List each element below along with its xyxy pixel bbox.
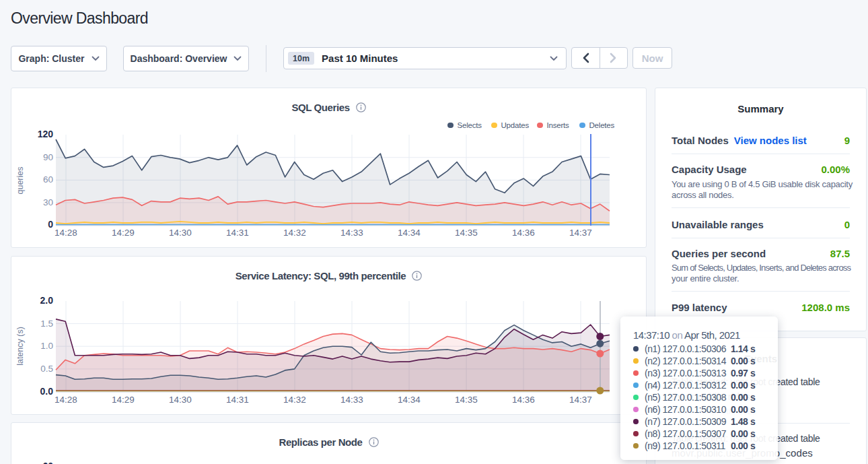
svg-text:90: 90	[43, 152, 53, 162]
svg-text:14:30: 14:30	[169, 228, 192, 238]
svg-text:14:31: 14:31	[226, 228, 249, 238]
svg-text:0.0: 0.0	[40, 386, 54, 397]
svg-text:14:36: 14:36	[512, 228, 535, 238]
svg-text:60: 60	[43, 174, 53, 185]
svg-text:120: 120	[38, 129, 54, 139]
svg-text:14:36: 14:36	[512, 395, 535, 405]
svg-text:14:34: 14:34	[398, 228, 421, 238]
svg-text:14:30: 14:30	[169, 395, 192, 405]
svg-text:14:33: 14:33	[340, 395, 363, 405]
svg-text:14:29: 14:29	[112, 395, 135, 405]
svg-text:14:31: 14:31	[226, 395, 249, 405]
svg-text:14:32: 14:32	[283, 395, 306, 405]
svg-text:2.0: 2.0	[40, 295, 54, 306]
svg-text:14:32: 14:32	[283, 228, 306, 238]
svg-text:14:35: 14:35	[455, 395, 478, 405]
svg-text:14:33: 14:33	[340, 228, 363, 238]
svg-text:1.0: 1.0	[40, 341, 53, 351]
svg-text:0: 0	[48, 219, 53, 230]
svg-text:14:35: 14:35	[455, 228, 478, 238]
svg-text:14:29: 14:29	[112, 228, 135, 238]
svg-text:1.5: 1.5	[40, 319, 53, 329]
svg-text:14:34: 14:34	[398, 395, 421, 405]
svg-text:14:28: 14:28	[55, 395, 77, 405]
svg-text:latency (s): latency (s)	[15, 327, 25, 366]
svg-text:0.5: 0.5	[40, 364, 53, 374]
svg-text:14:37: 14:37	[569, 228, 592, 238]
svg-text:14:28: 14:28	[55, 228, 77, 238]
svg-text:30: 30	[43, 197, 53, 207]
svg-text:14:37: 14:37	[569, 395, 592, 405]
svg-text:queries: queries	[15, 167, 25, 195]
